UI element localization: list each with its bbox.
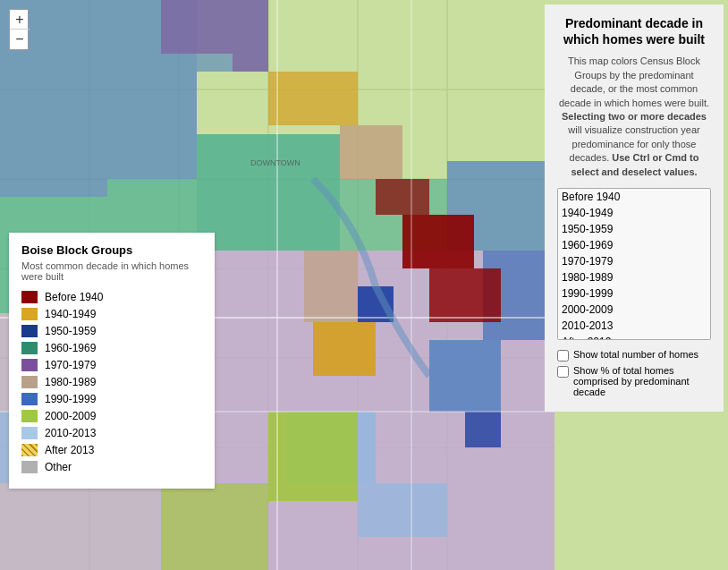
legend-item-label: After 2013 [45, 444, 94, 456]
svg-marker-21 [429, 340, 501, 412]
legend-swatch [21, 308, 38, 320]
legend-swatch [21, 359, 38, 371]
legend-swatch [21, 393, 38, 405]
decade-option[interactable]: 1970-1979 [558, 253, 710, 269]
legend-item-label: 1960-1969 [45, 342, 96, 354]
legend-swatch [21, 461, 38, 473]
decade-option[interactable]: 1960-1969 [558, 237, 710, 253]
info-desc-plain: This map colors Census Block Groups by t… [559, 55, 709, 107]
legend-item: Other [21, 461, 202, 473]
zoom-out-button[interactable]: − [10, 30, 30, 49]
svg-marker-23 [402, 215, 474, 268]
svg-marker-25 [376, 179, 429, 215]
decade-option[interactable]: 1980-1989 [558, 269, 710, 285]
svg-marker-30 [358, 483, 447, 537]
svg-marker-38 [465, 412, 501, 447]
legend-item: 1960-1969 [21, 342, 202, 354]
legend-item: 1990-1999 [21, 393, 202, 405]
decade-select[interactable]: Before 19401940-19491950-19591960-196919… [557, 188, 711, 340]
svg-marker-24 [429, 268, 501, 322]
legend-item: 1980-1989 [21, 376, 202, 388]
checkbox-percent-label: Show % of total homes comprised by predo… [573, 365, 711, 397]
zoom-controls: + − [9, 9, 29, 50]
svg-marker-35 [161, 483, 268, 570]
info-description: This map colors Census Block Groups by t… [557, 55, 711, 179]
legend-item-label: 1990-1999 [45, 393, 96, 405]
svg-marker-27 [268, 72, 358, 125]
legend-item: After 2013 [21, 444, 202, 456]
legend-item-label: Other [45, 461, 72, 473]
decade-option[interactable]: 1950-1959 [558, 221, 710, 237]
legend-swatch [21, 410, 38, 422]
legend-item-label: 2000-2009 [45, 410, 96, 422]
svg-text:DOWNTOWN: DOWNTOWN [250, 158, 301, 167]
legend-swatch [21, 342, 38, 354]
legend-item-label: 1940-1949 [45, 308, 96, 320]
info-desc-bold: Selecting two or more decades [562, 111, 707, 122]
checkbox-row-percent: Show % of total homes comprised by predo… [557, 365, 711, 397]
legend-item: 2000-2009 [21, 410, 202, 422]
checkbox-total-label: Show total number of homes [573, 349, 698, 360]
legend-swatch [21, 427, 38, 439]
legend-item: 1950-1959 [21, 325, 202, 337]
svg-marker-32 [304, 251, 358, 322]
legend-item-label: Before 1940 [45, 291, 103, 303]
legend-item: 1940-1949 [21, 308, 202, 320]
decade-option[interactable]: 2000-2009 [558, 302, 710, 318]
legend-panel: Boise Block Groups Most common decade in… [9, 233, 215, 489]
legend-items: Before 19401940-19491950-19591960-196919… [21, 291, 202, 473]
map-container: DOWNTOWN + − Boise Block Groups Most com… [0, 0, 728, 570]
decade-option[interactable]: After 2013 [558, 334, 710, 340]
checkbox-percent-homes[interactable] [557, 366, 569, 378]
svg-marker-31 [340, 125, 402, 179]
legend-item-label: 1970-1979 [45, 359, 96, 371]
decade-option[interactable]: Before 1940 [558, 189, 710, 205]
legend-swatch [21, 325, 38, 337]
svg-marker-26 [313, 322, 376, 376]
checkbox-total-homes[interactable] [557, 350, 569, 362]
svg-marker-33 [268, 412, 358, 501]
info-panel: Predominant decade in which homes were b… [545, 4, 724, 412]
legend-subtitle: Most common decade in which homes were b… [21, 260, 202, 282]
legend-item-label: 2010-2013 [45, 427, 96, 439]
legend-swatch [21, 376, 38, 388]
decade-option[interactable]: 1940-1949 [558, 205, 710, 221]
decade-option[interactable]: 1990-1999 [558, 285, 710, 302]
decade-option[interactable]: 2010-2013 [558, 318, 710, 334]
legend-swatch [21, 291, 38, 303]
zoom-in-button[interactable]: + [10, 10, 30, 30]
legend-item: 2010-2013 [21, 427, 202, 439]
checkbox-row-total: Show total number of homes [557, 349, 711, 362]
legend-item: 1970-1979 [21, 359, 202, 371]
info-title: Predominant decade in which homes were b… [557, 15, 711, 47]
legend-item-label: 1950-1959 [45, 325, 96, 337]
legend-item: Before 1940 [21, 291, 202, 303]
legend-swatch [21, 444, 38, 456]
svg-marker-13 [197, 134, 340, 251]
legend-item-label: 1980-1989 [45, 376, 96, 388]
legend-title: Boise Block Groups [21, 243, 202, 257]
